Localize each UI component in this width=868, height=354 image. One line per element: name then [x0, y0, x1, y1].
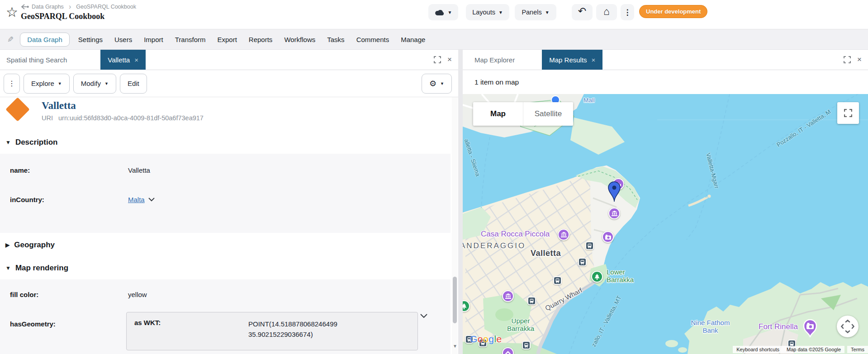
section-geography-label: Geography — [14, 241, 55, 250]
map-pan-control[interactable] — [837, 316, 859, 337]
poi-park-tree-icon[interactable] — [591, 271, 603, 283]
map-label-nine-fathom-bank: Nine Fathom Bank — [689, 319, 732, 335]
tab-tasks[interactable]: Tasks — [327, 36, 344, 43]
edit-pencil-icon[interactable]: ✎ — [7, 35, 14, 44]
bus-stop-icon[interactable] — [553, 276, 562, 285]
modify-button[interactable]: Modify▼ — [73, 74, 116, 94]
poi-museum-icon[interactable] — [608, 208, 620, 219]
bus-stop-icon[interactable] — [585, 241, 594, 250]
section-description-label: Description — [15, 138, 58, 147]
uri-value: urn:uuid:56fd83d0-a0ca-4009-81df-50a6f73… — [58, 114, 204, 122]
tab-users[interactable]: Users — [114, 36, 132, 43]
cloud-menu-button[interactable]: ▼ — [428, 4, 458, 20]
undo-button[interactable]: ↶ — [572, 4, 593, 20]
scrollbar-thumb[interactable] — [453, 277, 457, 323]
favorite-star-icon[interactable]: ☆ — [6, 5, 18, 19]
map-label-manderaggio: ANDERAGGIO — [463, 241, 526, 250]
poi-museum-icon[interactable] — [502, 290, 514, 302]
chevron-down-icon[interactable] — [148, 198, 155, 202]
breadcrumb: Data Graphs › GeoSPARQL Cookbook — [21, 3, 136, 11]
explore-button[interactable]: Explore▼ — [24, 74, 70, 94]
expand-geometry-chevron-icon[interactable] — [420, 313, 428, 319]
tab-map-results-label: Map Results — [549, 56, 587, 64]
tab-comments[interactable]: Comments — [356, 36, 389, 43]
map-data-text: Map data ©2025 Google — [783, 346, 844, 353]
keyboard-shortcuts-link[interactable]: Keyboard shortcuts — [733, 346, 783, 353]
back-arrow-icon[interactable] — [21, 4, 29, 9]
section-map-rendering[interactable]: ▼ Map rendering — [5, 264, 68, 273]
close-panel-icon[interactable]: × — [447, 55, 452, 64]
tab-data-graph[interactable]: Data Graph — [20, 33, 70, 47]
collapsed-triangle-icon: ▶ — [5, 242, 9, 248]
tab-import[interactable]: Import — [144, 36, 163, 43]
expand-panel-icon[interactable] — [844, 56, 851, 63]
map-label-upper-barrakka: Upper Barrakka — [503, 317, 539, 332]
map-label-fort-rinella: Fort Rinella — [759, 322, 798, 331]
tab-workflows[interactable]: Workflows — [284, 36, 315, 43]
panels-button[interactable]: Panels▼ — [515, 4, 556, 20]
edit-label: Edit — [128, 80, 139, 87]
map-type-satellite-button[interactable]: Satellite — [523, 102, 573, 126]
description-fields: name: Valletta inCountry: Malta — [0, 154, 451, 233]
tab-spatial-thing-search[interactable]: Spatial thing Search — [0, 50, 73, 70]
bus-stop-icon[interactable] — [527, 297, 536, 305]
poi-photo-pin[interactable] — [802, 319, 818, 338]
expand-panel-icon[interactable] — [434, 56, 441, 63]
chevron-down-icon: ▼ — [545, 10, 550, 15]
wkt-value: POINT(14.518878068246499 35.902152290366… — [248, 319, 350, 340]
tab-export[interactable]: Export — [217, 36, 237, 43]
tab-reports[interactable]: Reports — [249, 36, 273, 43]
tab-manage[interactable]: Manage — [401, 36, 425, 43]
close-tab-icon[interactable]: × — [592, 56, 596, 64]
gear-icon: ⚙ — [429, 79, 436, 89]
pan-arrows-icon — [841, 320, 854, 333]
tab-valletta-label: Valletta — [108, 56, 130, 64]
modify-label: Modify — [81, 80, 101, 87]
breadcrumb-separator: › — [69, 3, 71, 11]
bus-stop-icon[interactable] — [578, 258, 587, 266]
result-map-pin[interactable] — [607, 181, 621, 202]
tab-map-explorer[interactable]: Map Explorer — [463, 50, 521, 70]
close-panel-icon[interactable]: × — [857, 55, 862, 64]
google-map[interactable]: Mall Casa Rocca Piccola ANDERAGGIO Valle… — [463, 94, 868, 354]
breadcrumb-item[interactable]: GeoSPARQL Cookbook — [76, 4, 136, 10]
layouts-button[interactable]: Layouts▼ — [466, 4, 509, 20]
name-field-label: name: — [10, 166, 30, 174]
map-fullscreen-button[interactable] — [837, 102, 859, 124]
bus-stop-icon[interactable] — [522, 341, 531, 349]
terms-link[interactable]: Terms — [847, 346, 868, 353]
google-logo[interactable]: Google — [470, 334, 502, 345]
malta-link[interactable]: Malta — [128, 196, 145, 203]
toolbar-kebab-button[interactable]: ⋮ — [4, 74, 20, 94]
settings-gear-button[interactable]: ⚙▼ — [422, 74, 452, 94]
tab-valletta[interactable]: Valletta × — [100, 50, 146, 70]
section-geography[interactable]: ▶ Geography — [5, 241, 55, 250]
tab-transform[interactable]: Transform — [175, 36, 206, 43]
wkt-geometry-box: as WKT: POINT(14.518878068246499 35.9021… — [126, 312, 418, 350]
chevron-down-icon: ▼ — [58, 81, 62, 86]
entity-detail-panel: Valletta URI urn:uuid:56fd83d0-a0ca-4009… — [0, 97, 458, 354]
tab-map-results[interactable]: Map Results × — [542, 50, 602, 70]
section-description[interactable]: ▼ Description — [5, 138, 57, 147]
breadcrumb-item[interactable]: Data Graphs — [32, 4, 64, 10]
fillcolor-field-value: yellow — [128, 291, 147, 298]
section-map-rendering-label: Map rendering — [15, 264, 68, 273]
map-label-casa-rocca-piccola: Casa Rocca Piccola — [481, 230, 550, 239]
incountry-field-value: Malta — [128, 196, 155, 203]
edit-button[interactable]: Edit — [120, 74, 147, 94]
more-options-button[interactable]: ⋮ — [621, 4, 634, 20]
poi-museum-icon[interactable] — [558, 229, 569, 241]
home-button[interactable]: ⌂ — [596, 4, 617, 20]
cloud-icon — [435, 9, 445, 16]
kebab-icon: ⋮ — [8, 79, 15, 88]
poi-photo-icon[interactable] — [602, 231, 614, 243]
close-tab-icon[interactable]: × — [134, 56, 138, 64]
scrollbar-down-arrow[interactable]: ▼ — [453, 344, 457, 349]
left-panel-scrollbar[interactable]: ▼ — [452, 97, 458, 354]
entity-title: Valletta — [42, 100, 76, 112]
home-icon: ⌂ — [603, 5, 610, 18]
map-label-lower-barrakka: Lower Barrakka — [607, 269, 645, 283]
map-type-map-button[interactable]: Map — [473, 102, 523, 126]
tab-settings[interactable]: Settings — [78, 36, 103, 43]
layouts-label: Layouts — [472, 9, 495, 16]
